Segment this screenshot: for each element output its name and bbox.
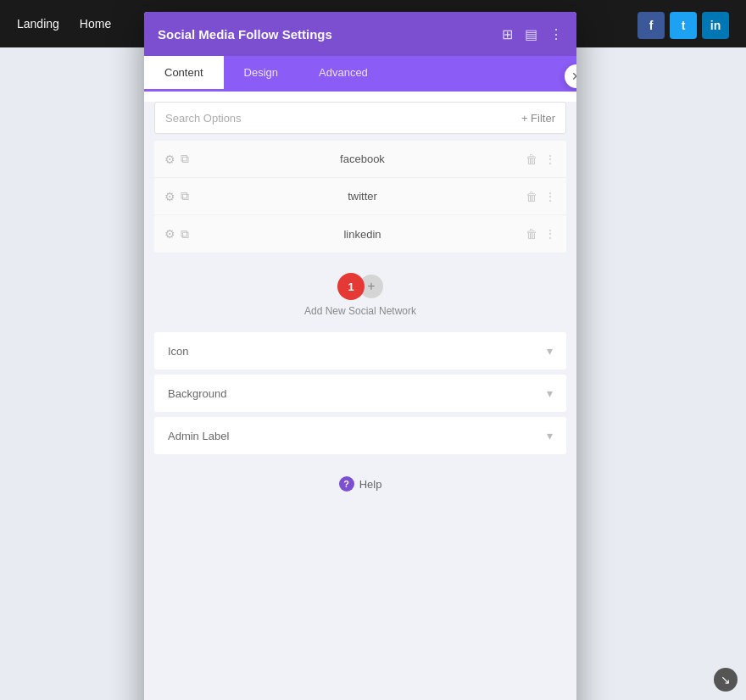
copy-icon-twitter[interactable]: ⧉: [181, 189, 189, 203]
copy-icon-facebook[interactable]: ⧉: [181, 152, 189, 166]
modal-header-actions: ⊞ ▤ ⋮: [502, 26, 563, 42]
modal-header: Social Media Follow Settings ⊞ ▤ ⋮: [144, 12, 576, 56]
tab-content[interactable]: Content: [144, 56, 224, 92]
accordion-admin-label-header[interactable]: Admin Label ▾: [154, 417, 566, 454]
item-actions-twitter: 🗑 ⋮: [526, 190, 556, 203]
tab-design[interactable]: Design: [224, 56, 298, 92]
delete-icon-facebook[interactable]: 🗑: [526, 153, 537, 166]
spacer: [144, 508, 576, 700]
modal-tabs: Content Design Advanced: [144, 56, 576, 92]
delete-icon-twitter[interactable]: 🗑: [526, 190, 537, 203]
add-network-label: Add New Social Network: [304, 305, 416, 317]
chevron-icon-icon: ▾: [547, 344, 553, 358]
modal-body: Search Options + Filter ⚙ ⧉ facebook 🗑 ⋮: [144, 102, 576, 700]
settings-icon-facebook[interactable]: ⚙: [164, 153, 175, 166]
nav-link-landing[interactable]: Landing: [17, 17, 59, 31]
expand-icon[interactable]: ⊞: [502, 26, 513, 42]
item-actions-linkedin: 🗑 ⋮: [526, 227, 556, 241]
linkedin-label: linkedin: [199, 228, 526, 241]
badge-count: 1: [337, 273, 365, 300]
help-section: ? Help: [144, 459, 576, 508]
chevron-icon-background: ▾: [547, 386, 553, 400]
social-icons-top: f t in: [637, 12, 729, 39]
facebook-icon-top[interactable]: f: [637, 12, 665, 39]
settings-modal: Social Media Follow Settings ⊞ ▤ ⋮ Conte…: [144, 12, 576, 700]
nav-link-home[interactable]: Home: [80, 17, 111, 31]
add-network-badge: 1 +: [337, 273, 383, 300]
more-icon-twitter[interactable]: ⋮: [544, 190, 556, 203]
network-item-linkedin: ⚙ ⧉ linkedin 🗑 ⋮: [154, 215, 566, 253]
item-icons-linkedin: ⚙ ⧉: [164, 227, 189, 242]
item-actions-facebook: 🗑 ⋮: [526, 153, 556, 166]
accordion-background-header[interactable]: Background ▾: [154, 375, 566, 412]
item-icons-facebook: ⚙ ⧉: [164, 152, 189, 166]
chevron-icon-admin-label: ▾: [547, 429, 553, 442]
item-icons-twitter: ⚙ ⧉: [164, 189, 189, 203]
copy-icon-linkedin[interactable]: ⧉: [181, 227, 189, 242]
accordion-admin-label: Admin Label ▾: [154, 417, 566, 454]
help-label[interactable]: Help: [359, 478, 382, 491]
more-icon-facebook[interactable]: ⋮: [544, 153, 556, 166]
accordion-admin-label-title: Admin Label: [168, 430, 229, 442]
bottom-arrow-button[interactable]: ↘: [714, 668, 738, 692]
add-network-section: 1 + Add New Social Network: [144, 259, 576, 327]
nav-links: Landing Home: [17, 17, 111, 31]
delete-icon-linkedin[interactable]: 🗑: [526, 227, 537, 241]
facebook-label: facebook: [199, 153, 526, 165]
network-item-facebook: ⚙ ⧉ facebook 🗑 ⋮: [154, 141, 566, 178]
network-list: ⚙ ⧉ facebook 🗑 ⋮ ⚙ ⧉ twitter 🗑 ⋮: [154, 141, 566, 253]
more-icon[interactable]: ⋮: [549, 26, 563, 42]
linkedin-icon-top[interactable]: in: [702, 12, 729, 39]
accordion-icon: Icon ▾: [154, 332, 566, 369]
settings-icon-twitter[interactable]: ⚙: [164, 190, 175, 203]
tab-advanced[interactable]: Advanced: [298, 56, 388, 92]
search-bar[interactable]: Search Options + Filter: [154, 102, 566, 134]
network-item-twitter: ⚙ ⧉ twitter 🗑 ⋮: [154, 178, 566, 215]
help-icon: ?: [339, 476, 354, 492]
search-placeholder: Search Options: [165, 112, 242, 125]
settings-icon-linkedin[interactable]: ⚙: [164, 227, 175, 241]
accordion-background: Background ▾: [154, 375, 566, 412]
accordion-background-title: Background: [168, 387, 226, 400]
more-icon-linkedin[interactable]: ⋮: [544, 227, 556, 241]
columns-icon[interactable]: ▤: [525, 26, 537, 42]
filter-button[interactable]: + Filter: [521, 112, 555, 125]
modal-title: Social Media Follow Settings: [158, 27, 332, 42]
twitter-icon-top[interactable]: t: [670, 12, 697, 39]
accordion-icon-header[interactable]: Icon ▾: [154, 332, 566, 369]
accordion-icon-title: Icon: [168, 345, 189, 358]
twitter-label: twitter: [199, 190, 526, 203]
